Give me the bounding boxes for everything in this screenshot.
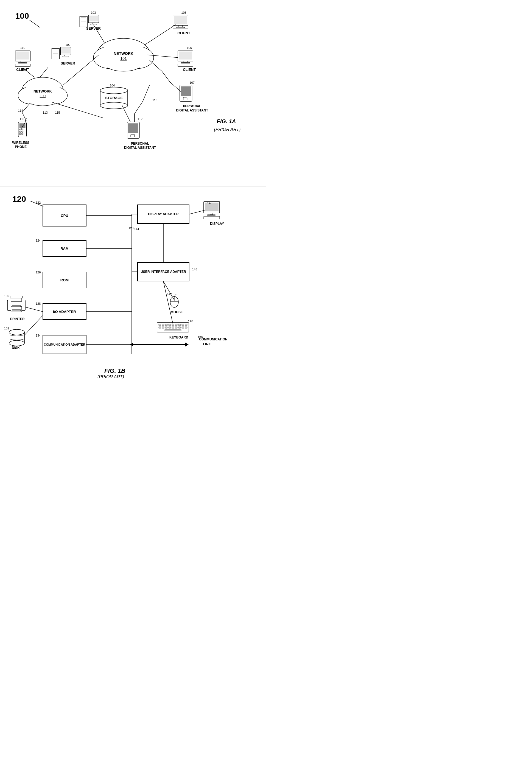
display-label: DISPLAY (210, 222, 224, 226)
ram-ref: 124 (36, 239, 41, 242)
svg-point-140 (9, 340, 24, 346)
display-ref: 146 (207, 201, 212, 205)
svg-text:PHONE: PHONE (15, 145, 27, 149)
printer-icon (6, 296, 28, 315)
svg-rect-71 (128, 123, 138, 133)
svg-text:STORAGE: STORAGE (105, 96, 123, 100)
svg-line-97 (122, 105, 130, 122)
svg-rect-65 (181, 86, 191, 96)
svg-rect-84 (22, 133, 23, 135)
svg-rect-108 (204, 216, 220, 219)
svg-rect-124 (165, 327, 167, 328)
svg-text:109: 109 (40, 94, 46, 98)
io-box: I/O ADAPTER (43, 303, 86, 320)
ui-adapter-ref: 148 (192, 268, 197, 271)
svg-rect-137 (10, 296, 23, 298)
svg-rect-129 (182, 327, 184, 328)
svg-rect-113 (159, 324, 161, 326)
svg-rect-31 (92, 23, 95, 24)
svg-rect-83 (19, 133, 21, 135)
svg-rect-46 (15, 64, 30, 67)
svg-rect-50 (53, 50, 58, 53)
svg-rect-30 (89, 16, 98, 21)
disk-ref: 132 (4, 327, 9, 330)
svg-rect-39 (173, 28, 188, 31)
svg-rect-116 (169, 324, 171, 326)
fig1b-container: 120 CPU 122 RAM 124 ROM 126 I/O ADAPTER … (0, 189, 266, 387)
fig1b-label: FIG. 1B (104, 367, 125, 374)
svg-text:101: 101 (120, 56, 127, 61)
svg-rect-131 (165, 329, 181, 331)
svg-text:116: 116 (152, 99, 157, 102)
mouse-label: MOUSE (171, 310, 183, 314)
svg-marker-160 (185, 343, 189, 346)
pda112-icon (127, 122, 139, 138)
disk-label: DISK (12, 346, 20, 350)
display-adapter-box: DISPLAY ADAPTER (137, 205, 189, 224)
svg-rect-82 (22, 131, 23, 132)
comm-ref: 134 (36, 334, 41, 337)
svg-rect-107 (208, 215, 215, 215)
svg-rect-125 (169, 327, 171, 328)
client105-icon (173, 15, 188, 31)
svg-line-93 (63, 55, 99, 85)
svg-rect-28 (81, 18, 86, 21)
svg-text:FIG. 1A: FIG. 1A (217, 118, 236, 124)
svg-rect-118 (175, 324, 177, 326)
network101-cloud: NETWORK 101 (93, 38, 154, 71)
svg-text:103: 103 (91, 11, 96, 14)
svg-rect-45 (19, 63, 27, 63)
svg-text:PERSONAL: PERSONAL (131, 142, 149, 145)
svg-rect-121 (185, 324, 187, 326)
svg-rect-122 (159, 327, 161, 328)
svg-rect-126 (172, 327, 174, 328)
svg-text:CLIENT: CLIENT (177, 31, 190, 35)
svg-text:114: 114 (18, 109, 23, 112)
svg-point-25 (100, 87, 128, 94)
server102-icon (52, 47, 71, 59)
fig1b-title: 120 (12, 194, 26, 204)
ui-adapter-box: USER INTERFACE ADAPTER (137, 262, 189, 281)
svg-marker-159 (130, 343, 133, 346)
svg-rect-59 (183, 61, 187, 63)
svg-line-99 (40, 67, 48, 77)
svg-rect-134 (11, 306, 22, 312)
svg-text:136: 136 (198, 335, 203, 339)
keyboard-ref: 140 (188, 320, 193, 323)
svg-text:123: 123 (128, 226, 133, 230)
svg-rect-72 (131, 134, 135, 137)
cpu-box: CPU (43, 205, 86, 226)
svg-rect-81 (19, 131, 21, 132)
svg-line-1 (29, 20, 40, 27)
svg-line-95 (52, 102, 103, 118)
svg-rect-52 (61, 48, 70, 54)
svg-text:112: 112 (138, 117, 142, 121)
pda107-icon (180, 85, 192, 102)
mouse-ref: 142 (167, 292, 172, 296)
svg-rect-119 (178, 324, 181, 326)
svg-rect-38 (176, 27, 185, 28)
cpu-ref: 122 (36, 201, 41, 204)
svg-text:SERVER: SERVER (86, 26, 101, 30)
svg-rect-37 (178, 26, 183, 27)
disk-icon (7, 328, 27, 348)
svg-point-141 (9, 329, 24, 335)
svg-text:CLIENT: CLIENT (183, 68, 196, 72)
svg-rect-123 (162, 327, 164, 328)
svg-rect-135 (12, 306, 21, 307)
svg-rect-114 (162, 324, 164, 326)
printer-label: PRINTER (10, 317, 25, 321)
rom-ref: 126 (36, 271, 41, 274)
svg-text:DIGITAL ASSISTANT: DIGITAL ASSISTANT (124, 146, 156, 150)
keyboard-icon (156, 321, 189, 335)
keyboard-label: KEYBOARD (169, 335, 188, 339)
svg-text:107: 107 (190, 81, 195, 84)
svg-rect-36 (174, 16, 187, 24)
server103-icon (80, 15, 99, 27)
display-icon (203, 201, 225, 221)
printer-ref: 130 (4, 294, 9, 298)
svg-rect-54 (63, 56, 69, 57)
svg-text:WIRELESS: WIRELESS (12, 141, 29, 145)
fig1a-svg: 100 NETWORK 101 (0, 0, 266, 186)
svg-rect-80 (22, 129, 23, 130)
